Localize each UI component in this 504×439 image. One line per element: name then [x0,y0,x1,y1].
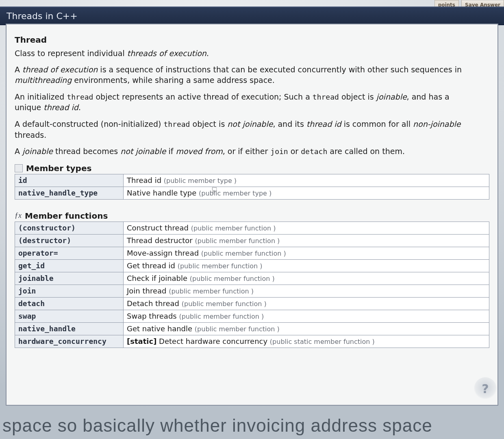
func-desc: Detach thread (public member function ) [124,297,489,310]
func-name[interactable]: joinable [15,272,124,285]
type-name[interactable]: id [15,174,124,187]
func-desc: Check if joinable (public member functio… [124,272,489,285]
func-desc: Get native handle (public member functio… [124,322,489,335]
func-name[interactable]: swap [15,310,124,322]
func-name[interactable]: get_id [15,259,124,272]
table-row: (constructor) Construct thread (public m… [15,222,489,234]
bottom-caption: space so basically whether invoicing add… [0,415,504,436]
intro-p3: An initialized thread object represents … [15,91,474,113]
types-icon [15,164,23,172]
table-row: (destructor) Thread destructor (public m… [15,234,489,247]
func-desc: Thread destructor (public member functio… [124,234,489,247]
func-name[interactable]: (destructor) [15,234,124,247]
title-bar: Threads in C++ [0,7,504,25]
func-desc: Get thread id (public member function ) [124,259,489,272]
section-member-types-head: Member types [15,163,489,173]
content-box: Thread Class to represent individual thr… [6,24,498,406]
member-types-table: idThread id (public member type )native_… [15,174,489,200]
type-desc: Thread id (public member type ) [124,174,489,187]
intro-p5: A joinable thread becomes not joinable i… [15,146,474,157]
table-row: swap Swap threads (public member functio… [15,310,489,322]
page-title: Threads in C++ [7,11,78,21]
table-row: hardware_concurrency[static] Detect hard… [15,335,489,348]
type-name[interactable]: native_handle_type [15,187,124,199]
thread-heading: Thread [15,35,489,45]
func-desc: Construct thread (public member function… [124,222,489,234]
table-row: joinable Check if joinable (public membe… [15,272,489,285]
intro-p2: A thread of execution is a sequence of i… [15,64,474,85]
func-name[interactable]: hardware_concurrency [15,335,124,348]
func-desc: Join thread (public member function ) [124,285,489,297]
func-desc: Move-assign thread (public member functi… [124,247,489,259]
func-name[interactable]: operator= [15,247,124,259]
section-member-types-title: Member types [26,163,91,173]
intro-p4: A default-constructed (non-initialized) … [15,119,474,140]
section-member-functions-head: ƒx Member functions [15,211,489,221]
table-row: join Join thread (public member function… [15,285,489,297]
intro-p1: Class to represent individual threads of… [15,48,474,59]
func-name[interactable]: join [15,285,124,297]
table-row: idThread id (public member type ) [15,174,489,187]
table-row: detach Detach thread (public member func… [15,297,489,310]
fx-icon: ƒx [15,211,22,220]
member-functions-table: (constructor) Construct thread (public m… [15,222,489,348]
func-name[interactable]: native_handle [15,322,124,335]
table-row: native_handle Get native handle (public … [15,322,489,335]
func-desc: [static] Detect hardware concurrency (pu… [124,335,489,348]
table-row: operator= Move-assign thread (public mem… [15,247,489,259]
section-member-functions-title: Member functions [25,211,108,221]
func-desc: Swap threads (public member function ) [124,310,489,322]
table-row: native_handle_typeNative handle type (pu… [15,187,489,199]
func-name[interactable]: (constructor) [15,222,124,234]
table-row: get_id Get thread id (public member func… [15,259,489,272]
func-name[interactable]: detach [15,297,124,310]
type-desc: Native handle type (public member type ) [124,187,489,199]
